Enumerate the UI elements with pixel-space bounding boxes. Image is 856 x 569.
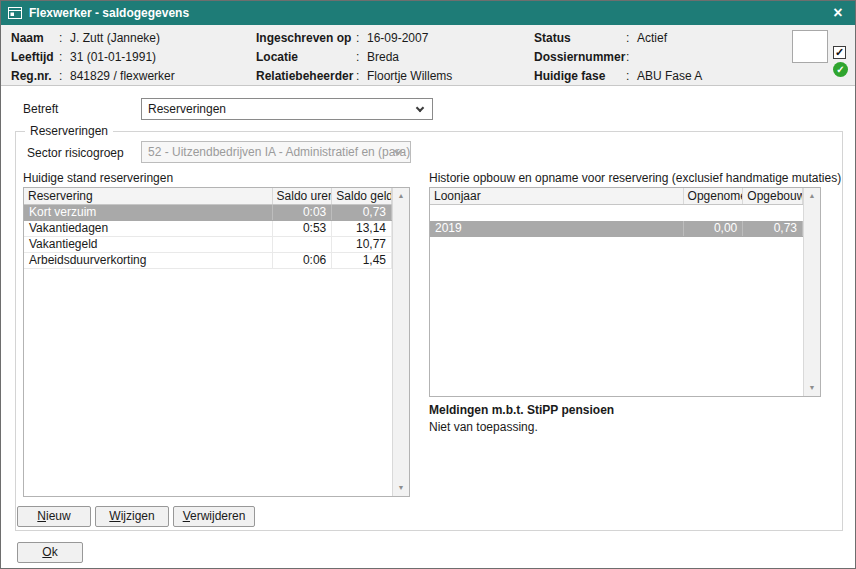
column-header-saldo-geld[interactable]: Saldo geld: [332, 188, 392, 204]
column-header-reservering[interactable]: Reservering: [24, 188, 273, 204]
cell-loonjaar: 2019: [430, 221, 684, 236]
field-label: Leeftijd: [11, 48, 59, 67]
field-separator: :: [356, 67, 367, 86]
field-label: Dossiernummer: [534, 48, 626, 67]
field-leeftijd: Leeftijd : 31 (01-01-1991): [11, 48, 175, 67]
close-button[interactable]: ×: [828, 3, 848, 23]
cell-saldo-geld: 10,77: [332, 237, 392, 252]
verwijderen-button[interactable]: Verwijderen: [173, 506, 255, 527]
scroll-up-button[interactable]: ▲: [804, 188, 820, 204]
cell-saldo-uren: 0:06: [273, 253, 333, 268]
field-ingeschreven-op: Ingeschreven op : 16-09-2007: [256, 29, 452, 48]
betreft-select[interactable]: Reserveringen: [141, 98, 433, 120]
header-column-2: Ingeschreven op : 16-09-2007 Locatie : B…: [256, 29, 452, 86]
field-relatiebeheerder: Relatiebeheerder : Floortje Willems: [256, 67, 452, 86]
titlebar[interactable]: Flexwerker - saldogegevens ×: [1, 1, 855, 25]
scroll-down-button[interactable]: ▼: [804, 380, 820, 396]
field-separator: :: [626, 48, 637, 67]
cell-reservering: Vakantiegeld: [24, 237, 273, 252]
field-value: J. Zutt (Janneke): [70, 29, 160, 48]
groupbox-legend: Reserveringen: [25, 124, 113, 138]
historie-table-title: Historie opbouw en opname voor reserveri…: [429, 171, 841, 185]
field-dossiernummer: Dossiernummer :: [534, 48, 702, 67]
field-separator: :: [356, 48, 367, 67]
field-status: Status : Actief: [534, 29, 702, 48]
empty-row-space: [430, 205, 803, 221]
flexwerker-info-panel: Naam : J. Zutt (Janneke) Leeftijd : 31 (…: [1, 25, 855, 86]
field-locatie: Locatie : Breda: [256, 48, 452, 67]
window-title: Flexwerker - saldogegevens: [29, 6, 828, 20]
table-row-kort-verzuim[interactable]: Kort verzuim 0:03 0,73: [24, 205, 392, 221]
sector-risicogroep-value: 52 - Uitzendbedrijven IA - Administratie…: [148, 145, 410, 159]
cell-opgenomen: 0,00: [684, 221, 744, 236]
field-label: Locatie: [256, 48, 356, 67]
nieuw-button[interactable]: Nieuw: [17, 506, 91, 527]
field-naam: Naam : J. Zutt (Janneke): [11, 29, 175, 48]
stand-table-title: Huidige stand reserveringen: [23, 171, 173, 185]
window-icon: [8, 7, 22, 19]
betreft-select-value: Reserveringen: [148, 102, 226, 116]
cell-opgebouwd: 0,73: [743, 221, 803, 236]
status-ok-icon: ✓: [833, 62, 848, 77]
field-value: 31 (01-01-1991): [70, 48, 156, 67]
table-row-vakantiedagen[interactable]: Vakantiedagen 0:53 13,14: [24, 221, 392, 237]
table-row-2019[interactable]: 2019 0,00 0,73: [430, 221, 803, 237]
cell-reservering: Arbeidsduurverkorting: [24, 253, 273, 268]
photo-placeholder: [792, 30, 828, 63]
table-row-arbeidsduurverkorting[interactable]: Arbeidsduurverkorting 0:06 1,45: [24, 253, 392, 269]
column-header-opgenomen[interactable]: Opgenomen: [684, 188, 744, 204]
wijzigen-button[interactable]: Wijzigen: [95, 506, 169, 527]
meldingen-text: Niet van toepassing.: [429, 420, 538, 434]
field-separator: :: [356, 29, 367, 48]
field-separator: :: [59, 48, 70, 67]
cell-reservering: Vakantiedagen: [24, 221, 273, 236]
cell-saldo-geld: 13,14: [332, 221, 392, 236]
chevron-down-icon: [416, 104, 424, 112]
field-label: Reg.nr.: [11, 67, 59, 86]
meldingen-title: Meldingen m.b.t. StiPP pensioen: [429, 403, 614, 417]
field-label: Naam: [11, 29, 59, 48]
historie-table: Loonjaar Opgenomen Opgebouwd 2019 0,00 0…: [429, 187, 821, 397]
table-header-row: Reservering Saldo uren Saldo geld: [24, 188, 392, 205]
flexwerker-saldogegevens-dialog: Flexwerker - saldogegevens × Naam : J. Z…: [0, 0, 856, 569]
cell-saldo-geld: 1,45: [332, 253, 392, 268]
field-separator: :: [626, 67, 637, 86]
cell-saldo-uren: 0:53: [273, 221, 333, 236]
vertical-scrollbar[interactable]: ▲ ▼: [392, 188, 409, 496]
field-value: ABU Fase A: [637, 67, 702, 86]
field-value: 841829 / flexwerker: [70, 67, 175, 86]
table-header-row: Loonjaar Opgenomen Opgebouwd: [430, 188, 803, 205]
field-value: Floortje Willems: [367, 67, 452, 86]
field-separator: :: [59, 29, 70, 48]
field-value: Actief: [637, 29, 667, 48]
betreft-label: Betreft: [23, 102, 58, 116]
cell-saldo-geld: 0,73: [332, 205, 392, 220]
column-header-saldo-uren[interactable]: Saldo uren: [273, 188, 333, 204]
field-label: Ingeschreven op: [256, 29, 356, 48]
header-column-1: Naam : J. Zutt (Janneke) Leeftijd : 31 (…: [11, 29, 175, 86]
cell-reservering: Kort verzuim: [24, 205, 273, 220]
field-value: 16-09-2007: [367, 29, 428, 48]
cell-saldo-uren: [273, 237, 333, 252]
vertical-scrollbar[interactable]: ▲ ▼: [803, 188, 820, 396]
sector-risicogroep-select: 52 - Uitzendbedrijven IA - Administratie…: [141, 141, 411, 163]
sector-risicogroep-label: Sector risicogroep: [27, 146, 124, 160]
column-header-loonjaar[interactable]: Loonjaar: [430, 188, 684, 204]
field-label: Huidige fase: [534, 67, 626, 86]
field-regnr: Reg.nr. : 841829 / flexwerker: [11, 67, 175, 86]
stand-reserveringen-table: Reservering Saldo uren Saldo geld Kort v…: [23, 187, 410, 497]
field-separator: :: [626, 29, 637, 48]
scroll-up-button[interactable]: ▲: [393, 188, 409, 204]
field-value: Breda: [367, 48, 399, 67]
column-header-opgebouwd[interactable]: Opgebouwd: [743, 188, 803, 204]
field-huidige-fase: Huidige fase : ABU Fase A: [534, 67, 702, 86]
flag-checkbox[interactable]: ✓: [833, 46, 846, 59]
cell-saldo-uren: 0:03: [273, 205, 333, 220]
field-label: Relatiebeheerder: [256, 67, 356, 86]
scroll-down-button[interactable]: ▼: [393, 480, 409, 496]
ok-button[interactable]: Ok: [17, 542, 83, 563]
table-row-vakantiegeld[interactable]: Vakantiegeld 10,77: [24, 237, 392, 253]
field-label: Status: [534, 29, 626, 48]
header-column-3: Status : Actief Dossiernummer : Huidige …: [534, 29, 702, 86]
field-separator: :: [59, 67, 70, 86]
